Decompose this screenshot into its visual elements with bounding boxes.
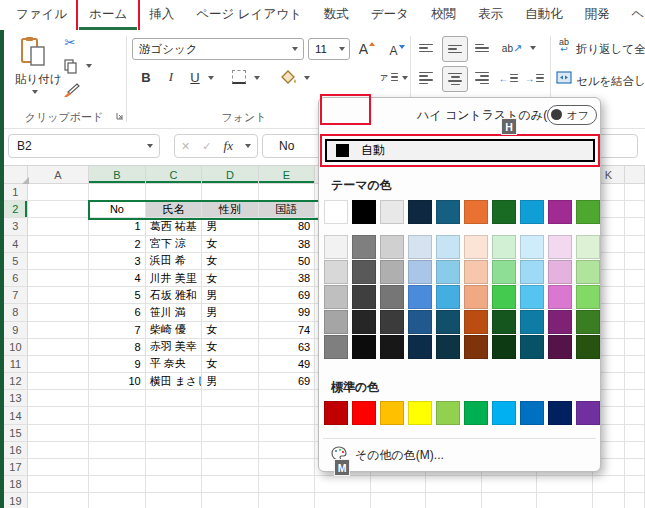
theme-color-swatch-4[interactable] (436, 200, 460, 224)
row-header-18[interactable]: 18 (4, 476, 28, 493)
variant-swatch-9-4[interactable] (576, 335, 600, 359)
cell-C17[interactable] (146, 459, 202, 476)
bold-button[interactable]: B (138, 68, 154, 86)
variant-swatch-3-1[interactable] (408, 260, 432, 284)
cell-c128[interactable] (625, 304, 645, 321)
cell-E19[interactable] (259, 493, 315, 508)
variant-swatch-7-2[interactable] (520, 285, 544, 309)
cell-A5[interactable] (28, 253, 89, 270)
variant-swatch-5-0[interactable] (464, 235, 488, 259)
variant-swatch-0-3[interactable] (324, 310, 348, 334)
cell-C7[interactable]: 石坂 雅和 (146, 287, 203, 304)
cell-c719[interactable] (371, 493, 426, 508)
standard-color-swatch-3[interactable] (408, 401, 432, 425)
ribbon-tab-校閲[interactable]: 校閲 (421, 1, 466, 30)
cell-B1[interactable] (89, 184, 145, 201)
cell-D19[interactable] (202, 493, 258, 508)
cell-C9[interactable]: 柴崎 優 (146, 322, 203, 339)
variant-swatch-4-1[interactable] (436, 260, 460, 284)
cell-c124[interactable] (625, 236, 645, 253)
variant-swatch-5-1[interactable] (464, 260, 488, 284)
cell-c618[interactable] (315, 476, 370, 493)
variant-swatch-6-3[interactable] (492, 310, 516, 334)
cell-c619[interactable] (315, 493, 370, 508)
underline-button[interactable]: U (188, 68, 202, 86)
cell-c1218[interactable] (625, 476, 645, 493)
cell-C10[interactable]: 赤羽 美幸 (146, 339, 203, 356)
cell-C13[interactable] (146, 390, 202, 407)
row-header-15[interactable]: 15 (4, 425, 28, 442)
row-header-17[interactable]: 17 (4, 459, 28, 476)
cell-C4[interactable]: 宮下 涼 (146, 236, 203, 253)
cell-c918[interactable] (482, 476, 537, 493)
align-right-icon[interactable] (472, 68, 492, 88)
cell-D2[interactable]: 性別 (202, 201, 258, 218)
variant-swatch-9-0[interactable] (576, 235, 600, 259)
cell-C2[interactable]: 氏名 (146, 201, 202, 218)
cell-D8[interactable]: 男 (202, 304, 259, 321)
cell-D9[interactable]: 女 (202, 322, 259, 339)
cell-A7[interactable] (28, 287, 89, 304)
cell-C19[interactable] (146, 493, 202, 508)
variant-swatch-2-4[interactable] (380, 335, 404, 359)
select-all-corner[interactable] (22, 177, 29, 184)
row-header-9[interactable]: 9 (4, 322, 28, 339)
cell-B2[interactable]: No (89, 201, 145, 218)
variant-swatch-2-1[interactable] (380, 260, 404, 284)
standard-color-swatch-9[interactable] (576, 401, 600, 425)
row-header-12[interactable]: 12 (4, 373, 28, 390)
cell-c1210[interactable] (625, 339, 645, 356)
clipboard-dialog-launcher-icon[interactable] (116, 112, 124, 120)
theme-color-swatch-3[interactable] (408, 200, 432, 224)
cell-A13[interactable] (28, 390, 89, 407)
variant-swatch-6-2[interactable] (492, 285, 516, 309)
cell-E12[interactable]: 69 (259, 373, 316, 390)
cell-E4[interactable]: 38 (259, 236, 316, 253)
cell-E11[interactable]: 49 (259, 356, 316, 373)
wrap-text-button[interactable]: 折り返して全 (576, 42, 645, 57)
align-top-icon[interactable] (416, 38, 436, 58)
ribbon-tab-自動化[interactable]: 自動化 (515, 1, 573, 30)
row-header-14[interactable]: 14 (4, 407, 28, 424)
variant-swatch-3-3[interactable] (408, 310, 432, 334)
variant-swatch-1-1[interactable] (352, 260, 376, 284)
cell-B19[interactable] (89, 493, 145, 508)
cell-D11[interactable]: 女 (202, 356, 259, 373)
variant-swatch-8-1[interactable] (548, 260, 572, 284)
cell-c1216[interactable] (625, 442, 645, 459)
cell-A11[interactable] (28, 356, 89, 373)
cell-A6[interactable] (28, 270, 89, 287)
cell-B11[interactable]: 9 (89, 356, 146, 373)
variant-swatch-5-4[interactable] (464, 335, 488, 359)
row-header-4[interactable]: 4 (4, 236, 28, 253)
variant-swatch-6-1[interactable] (492, 260, 516, 284)
row-header-2[interactable]: 2 (4, 201, 28, 218)
cell-D1[interactable] (202, 184, 258, 201)
cell-A1[interactable] (28, 184, 89, 201)
cell-D13[interactable] (202, 390, 258, 407)
cell-D16[interactable] (202, 442, 258, 459)
cell-c1217[interactable] (625, 459, 645, 476)
standard-color-swatch-5[interactable] (464, 401, 488, 425)
cell-E9[interactable]: 74 (259, 322, 316, 339)
ribbon-tab-ファイル[interactable]: ファイル (6, 1, 77, 30)
cell-D3[interactable]: 男 (202, 218, 259, 235)
theme-color-swatch-7[interactable] (520, 200, 544, 224)
cancel-icon[interactable]: ✕ (181, 140, 190, 153)
cell-E6[interactable]: 38 (259, 270, 316, 287)
cell-E8[interactable]: 99 (259, 304, 316, 321)
variant-swatch-3-4[interactable] (408, 335, 432, 359)
cell-c129[interactable] (625, 322, 645, 339)
ribbon-tab-表示[interactable]: 表示 (468, 1, 513, 30)
variant-swatch-7-0[interactable] (520, 235, 544, 259)
cell-C8[interactable]: 笹川 満 (146, 304, 203, 321)
variant-swatch-0-0[interactable] (324, 235, 348, 259)
borders-chevron-icon[interactable] (254, 76, 260, 80)
row-header-6[interactable]: 6 (4, 270, 28, 287)
standard-color-swatch-4[interactable] (436, 401, 460, 425)
cell-A9[interactable] (28, 322, 89, 339)
phonetic-chevron-icon[interactable] (402, 76, 408, 80)
cell-C6[interactable]: 川井 美里 (146, 270, 203, 287)
ribbon-tab-挿入[interactable]: 挿入 (139, 1, 184, 30)
variant-swatch-2-2[interactable] (380, 285, 404, 309)
